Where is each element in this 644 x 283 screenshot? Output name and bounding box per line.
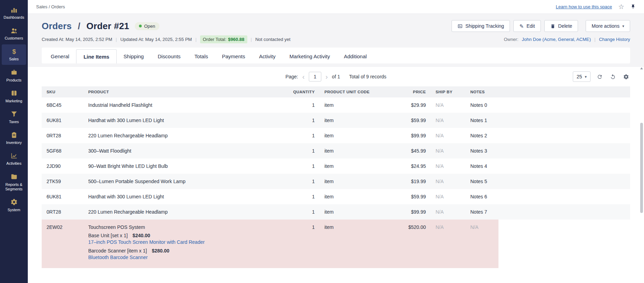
quantity-cell: 1 [288, 97, 320, 113]
status-label: Open [144, 24, 155, 29]
page-size-select[interactable]: 25 ▾ [573, 71, 591, 82]
sidebar-item-customers[interactable]: Customers [2, 24, 26, 44]
sidebar-item-products[interactable]: Products [2, 66, 26, 86]
table-row[interactable]: 6UK81Hardhat with 300 Lumen LED Light1it… [42, 189, 630, 204]
table-row[interactable]: 5GF68300–Watt Floodlight1item$45.99N/ANo… [42, 143, 630, 158]
price-cell: $24.95 [389, 158, 431, 174]
orders-breadcrumb-link[interactable]: Orders [42, 21, 72, 31]
marketing-icon [10, 89, 18, 97]
chevron-down-icon: ▾ [622, 24, 624, 28]
table-row[interactable]: 6BC45Industrial Handheld Flashlight1item… [42, 97, 630, 113]
button-label: More actions [592, 23, 619, 29]
ship-by-cell: N/A [431, 204, 465, 220]
sku-cell: 0RT28 [42, 128, 83, 143]
more-actions-button[interactable]: More actions ▾ [586, 20, 630, 32]
tab-marketing-activity[interactable]: Marketing Activity [282, 49, 337, 63]
price-cell: $99.99 [389, 204, 431, 220]
column-header[interactable]: PRODUCT [83, 86, 288, 97]
product-cell: 300–Watt Floodlight [83, 143, 288, 158]
grid-toolbar: Page: ‹ › of 1 Total of 9 records 25 ▾ [42, 67, 630, 86]
product-cell: 220 Lumen Rechargeable Headlamp [83, 128, 288, 143]
column-header[interactable]: PRICE [389, 86, 431, 97]
unit-cell: item [320, 97, 389, 113]
column-header[interactable]: NOTES [465, 86, 498, 97]
favorite-star-icon[interactable]: ☆ [618, 3, 624, 10]
page-of-text: of 1 [332, 74, 340, 79]
sidebar-item-label: Inventory [6, 140, 22, 145]
sidebar-item-label: Activities [6, 161, 21, 166]
column-header[interactable]: SHIP BY [431, 86, 465, 97]
meta-row: Created At: May 14, 2025, 2:52 PM | Upda… [28, 32, 644, 43]
edit-button[interactable]: ✎ Edit [513, 20, 541, 32]
status-badge: Open [135, 22, 159, 30]
sidebar-item-taxes[interactable]: Taxes [2, 107, 26, 127]
button-label: Edit [527, 23, 535, 29]
kit-item-link[interactable]: Bluetooth Barcode Scanner [88, 255, 283, 260]
tab-activity[interactable]: Activity [252, 49, 283, 63]
meta-right: Owner: John Doe (Acme, General, ACME) | … [504, 37, 630, 42]
next-page-button[interactable]: › [324, 73, 329, 80]
tab-general[interactable]: General [44, 49, 76, 63]
sidebar-item-reports[interactable]: Reports & Segments [2, 170, 26, 195]
sales-icon: $ [10, 48, 18, 55]
table-row[interactable]: 0RT28220 Lumen Rechargeable Headlamp1ite… [42, 204, 630, 220]
sidebar-item-system[interactable]: System [2, 195, 26, 215]
learn-space-link[interactable]: Learn how to use this space [556, 4, 612, 9]
kit-item-label: Barcode Scanner [item x 1] [88, 248, 147, 254]
sidebar-item-marketing[interactable]: Marketing [2, 86, 26, 106]
meta-separator: | [594, 37, 595, 42]
unit-cell: item [320, 128, 389, 143]
notes-cell: Notes 5 [465, 174, 498, 189]
tab-line-items[interactable]: Line Items [76, 49, 116, 63]
kit-item-price: $240.00 [133, 233, 150, 238]
trash-icon [550, 24, 555, 29]
column-header[interactable]: SKU [42, 86, 83, 97]
sidebar-item-sales[interactable]: $Sales [2, 44, 26, 65]
chevron-down-icon: ▾ [585, 75, 587, 79]
page-label: Page: [286, 74, 298, 79]
grid-settings-button[interactable] [622, 72, 630, 81]
product-cell: 90–Watt Bright White LED Light Bulb [83, 158, 288, 174]
kit-item-line: Base Unit [set x 1]$240.00 [88, 233, 283, 238]
change-history-link[interactable]: Change History [599, 37, 630, 42]
column-header[interactable]: QUANTITY [288, 86, 320, 97]
tab-shipping[interactable]: Shipping [117, 49, 151, 63]
sidebar-item-inventory[interactable]: Inventory [2, 128, 26, 148]
sidebar-item-dashboards[interactable]: Dashboards [2, 3, 26, 23]
scrollbar-thumb[interactable] [640, 123, 643, 213]
refresh-button[interactable] [595, 72, 604, 81]
unit-cell: item [320, 204, 389, 220]
table-row[interactable]: 2JD9090–Watt Bright White LED Light Bulb… [42, 158, 630, 174]
order-total-label: Order Total: [203, 37, 226, 42]
shipping-tracking-button[interactable]: Shipping Tracking [452, 20, 510, 32]
page-input[interactable] [309, 72, 321, 82]
tab-payments[interactable]: Payments [215, 49, 252, 63]
price-cell: $45.99 [389, 143, 431, 158]
unit-cell: item [320, 174, 389, 189]
page-title: Orders / Order #21 [42, 21, 129, 32]
table-row[interactable]: 6UK81Hardhat with 300 Lumen LED Light1it… [42, 113, 630, 128]
table-row[interactable]: 2EW02Touchscreen POS SystemBase Unit [se… [42, 220, 630, 268]
owner-link[interactable]: John Doe (Acme, General, ACME) [522, 37, 591, 42]
quantity-cell: 1 [288, 220, 320, 268]
column-header[interactable]: PRODUCT UNIT CODE [320, 86, 389, 97]
scrollbar[interactable] [640, 67, 643, 282]
delete-button[interactable]: Delete [544, 20, 578, 32]
unit-cell: item [320, 189, 389, 204]
table-row[interactable]: 0RT28220 Lumen Rechargeable Headlamp1ite… [42, 128, 630, 143]
sidebar-item-label: Dashboards [3, 15, 24, 20]
tab-additional[interactable]: Additional [337, 49, 374, 63]
reset-button[interactable] [609, 72, 617, 81]
prev-page-button[interactable]: ‹ [301, 73, 306, 80]
pin-icon[interactable] [630, 4, 636, 9]
scroll-up-arrow-icon[interactable] [640, 67, 643, 69]
kit-item-link[interactable]: 17–inch POS Touch Screen Monitor with Ca… [88, 239, 283, 245]
kit-item-label: Base Unit [set x 1] [88, 233, 128, 238]
tab-discounts[interactable]: Discounts [151, 49, 188, 63]
sidebar-item-activities[interactable]: Activities [2, 149, 26, 169]
table-row[interactable]: 2TK59500–Lumen Portable Suspended Work L… [42, 174, 630, 189]
quantity-cell: 1 [288, 158, 320, 174]
quantity-cell: 1 [288, 143, 320, 158]
column-header-filler [498, 86, 630, 97]
tab-totals[interactable]: Totals [188, 49, 215, 63]
